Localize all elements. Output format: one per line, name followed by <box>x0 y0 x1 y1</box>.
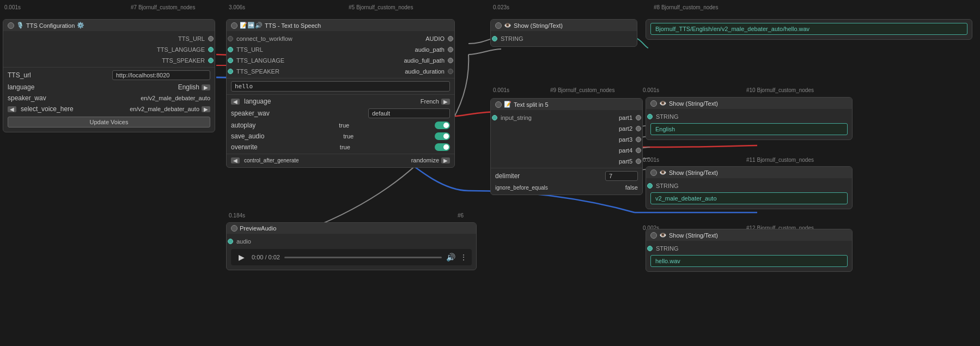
node-tts-speech: 📝➡️🔊 TTS - Text to Speech connect_to_wor… <box>226 19 455 168</box>
speech-lang-right-arrow[interactable]: ▶ <box>441 99 450 105</box>
delimiter-row: delimiter <box>491 169 642 183</box>
show-12-title: Show (String/Text) <box>669 232 718 239</box>
ignore-before-equals-row: ignore_before_equals false <box>491 183 642 192</box>
node-canvas: 0.001s #7 Bjornulf_custom_nodes 3.006s #… <box>0 0 980 346</box>
play-button[interactable]: ▶ <box>235 251 247 263</box>
tts-speech-circle <box>231 22 238 29</box>
speech-lang-left-arrow[interactable]: ◀ <box>231 99 240 105</box>
show-8-string-row: STRING <box>491 33 637 44</box>
overwrite-label: overwrite <box>231 143 258 151</box>
part4-row: part4 <box>491 145 642 156</box>
audio-player: ▶ 0:00 / 0:02 🔊 ⋮ <box>231 249 472 265</box>
tts-lang-out-label: TTS_LANGUAGE <box>3 46 207 53</box>
select-voice-right-arrow[interactable]: ▶ <box>202 106 210 112</box>
tts-url-field-row: TTS_url <box>3 69 215 82</box>
node-id-tts-config: #7 Bjornulf_custom_nodes <box>131 4 195 10</box>
control-right-arrow[interactable]: ▶ <box>441 157 450 163</box>
autoplay-row: autoplay true <box>227 120 454 131</box>
input-string-row: input_string part1 <box>491 112 642 123</box>
select-voice-label: select_voice_here <box>21 105 74 113</box>
show-10-string-label: STRING <box>654 113 852 120</box>
autoplay-label: autoplay <box>231 122 255 129</box>
node-id-text-split: #9 Bjornulf_custom_nodes <box>550 87 614 93</box>
node-show-8-header: 👁️ Show (String/Text) STRING <box>490 19 637 47</box>
part2-row: part2 <box>491 123 642 134</box>
show-11-string-row: STRING <box>646 180 852 191</box>
tts-config-body: TTS_URL TTS_LANGUAGE TTS_SPEAKER TTS_url… <box>3 31 215 132</box>
language-speech-row: ◀ language French ▶ <box>227 96 454 107</box>
show-8-header: 👁️ Show (String/Text) <box>491 20 637 31</box>
ignore-before-equals-value: false <box>625 184 638 191</box>
connect-workflow-label: connect_to_workflow <box>234 35 425 42</box>
speech-lang-value: French <box>421 98 439 105</box>
timing-show10: 0.001s <box>643 87 659 93</box>
speech-speaker-input[interactable] <box>368 108 450 118</box>
control-after-row: ◀ control_after_generate randomize ▶ <box>227 155 454 165</box>
part5-label: part5 <box>619 158 635 165</box>
tts-config-icon: 🎙️ <box>16 22 24 29</box>
show-12-circle <box>650 232 657 239</box>
node-show-11: 👁️ Show (String/Text) STRING v2_male_deb… <box>646 166 853 209</box>
tts-speaker-out-port <box>207 58 215 63</box>
node-id-tts-speech: #5 Bjornulf_custom_nodes <box>349 4 413 10</box>
volume-icon[interactable]: 🔊 <box>446 253 455 262</box>
preview-audio-header: PreviewAudio <box>227 223 476 234</box>
part1-label: part1 <box>619 114 635 121</box>
more-options-icon[interactable]: ⋮ <box>460 253 467 262</box>
node-tts-configuration: 🎙️ TTS Configuration ⚙️ TTS_URL TTS_LANG… <box>3 19 215 132</box>
hello-input[interactable]: hello <box>231 81 450 92</box>
tts-speech-icon: 📝➡️🔊 <box>240 22 263 29</box>
show-10-circle <box>650 100 657 107</box>
part4-label: part4 <box>619 147 635 154</box>
ignore-before-equals-label: ignore_before_equals <box>495 185 548 191</box>
node-show-10: 👁️ Show (String/Text) STRING English <box>646 97 853 140</box>
show-11-eye-icon: 👁️ <box>659 169 667 176</box>
language-arrow-btn[interactable]: ▶ <box>202 84 210 90</box>
select-voice-left-arrow[interactable]: ◀ <box>8 106 16 112</box>
show-11-body: STRING v2_male_debater_auto <box>646 178 852 209</box>
show-12-eye-icon: 👁️ <box>659 232 667 239</box>
speaker-wav-value: en/v2_male_debater_auto <box>141 95 210 101</box>
tts-lang-output-row: TTS_LANGUAGE <box>3 44 215 55</box>
autoplay-value: true <box>339 122 349 129</box>
show-10-title: Show (String/Text) <box>669 100 718 107</box>
audio-out-label: AUDIO <box>425 35 447 42</box>
tts-config-title: TTS Configuration <box>26 22 75 29</box>
audio-progress-bar[interactable] <box>284 257 442 258</box>
language-field-label: language <box>8 83 34 91</box>
tts-lang-in-row: TTS_LANGUAGE audio_full_path <box>227 55 454 66</box>
timing-show8: 0.023s <box>493 4 509 10</box>
control-left-arrow[interactable]: ◀ <box>231 157 240 163</box>
delimiter-input[interactable] <box>605 171 638 181</box>
audio-in-row: audio <box>227 236 476 247</box>
node-id-preview: #6 <box>458 213 464 218</box>
gear-icon: ⚙️ <box>77 22 84 29</box>
speech-lang-label: language <box>244 98 271 105</box>
audio-path-out-label: audio_path <box>415 46 447 53</box>
connect-workflow-row: connect_to_workflow AUDIO <box>227 33 454 44</box>
tts-url-in-row: TTS_URL audio_path <box>227 44 454 55</box>
node-preview-audio: PreviewAudio audio ▶ 0:00 / 0:02 🔊 ⋮ <box>226 222 477 270</box>
audio-duration-out-label: audio_duration <box>405 68 447 75</box>
save-audio-label: save_audio <box>231 132 264 140</box>
part3-row: part3 <box>491 134 642 145</box>
part3-label: part3 <box>619 136 635 143</box>
tts-speaker-output-row: TTS_SPEAKER <box>3 55 215 66</box>
timing-tts-config: 0.001s <box>4 4 21 10</box>
overwrite-value: true <box>340 144 350 150</box>
tts-url-out-port <box>207 36 215 41</box>
input-string-label: input_string <box>498 114 619 121</box>
audio-full-path-out-label: audio_full_path <box>404 57 447 64</box>
timing-tts-speech: 3.006s <box>229 4 245 10</box>
tts-lang-in-label: TTS_LANGUAGE <box>234 57 404 64</box>
show-11-header: 👁️ Show (String/Text) <box>646 167 852 178</box>
autoplay-toggle[interactable] <box>435 122 450 129</box>
update-voices-button[interactable]: Update Voices <box>8 117 210 128</box>
show-11-value-display: v2_male_debater_auto <box>650 192 848 204</box>
timing-text-split: 0.001s <box>493 87 509 93</box>
speech-speaker-row: speaker_wav <box>227 107 454 120</box>
overwrite-toggle[interactable] <box>435 143 450 151</box>
save-audio-toggle[interactable] <box>435 132 450 140</box>
tts-speech-title: TTS - Text to Speech <box>265 22 321 29</box>
tts-url-input[interactable] <box>112 70 210 80</box>
